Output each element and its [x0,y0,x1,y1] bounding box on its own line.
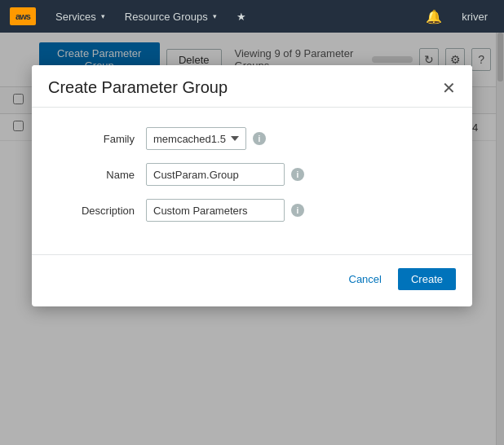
modal-header: Create Parameter Group ✕ [32,65,472,108]
nav-user[interactable]: kriver [455,7,494,26]
family-info-icon[interactable]: i [253,132,266,145]
nav-services[interactable]: Services ▾ [49,7,112,26]
nav-resource-groups[interactable]: Resource Groups ▾ [118,7,223,26]
nav-bookmark[interactable]: ★ [230,7,253,26]
services-chevron-icon: ▾ [101,12,105,20]
cancel-button[interactable]: Cancel [341,268,390,290]
create-parameter-group-modal: Create Parameter Group ✕ Family memcache… [32,65,472,306]
family-row: Family memcached1.5 memcached1.4 redis2.… [56,127,448,150]
name-label: Name [56,169,146,181]
modal-divider [32,254,472,255]
family-select[interactable]: memcached1.5 memcached1.4 redis2.6 redis… [146,127,246,150]
family-control: memcached1.5 memcached1.4 redis2.6 redis… [146,127,266,150]
modal-close-button[interactable]: ✕ [442,80,456,96]
name-control: i [146,163,304,186]
resource-groups-chevron-icon: ▾ [213,12,217,20]
nav-bell-icon[interactable]: 🔔 [419,6,449,28]
page-content: Create Parameter Group Delete Viewing 9 … [0,33,504,445]
content-area: Create Parameter Group Delete Viewing 9 … [0,33,504,445]
modal-footer: Cancel Create [32,268,472,306]
top-navigation: aws Services ▾ Resource Groups ▾ ★ 🔔 kri… [0,0,504,33]
description-input[interactable] [146,199,285,222]
family-label: Family [56,133,146,145]
create-button[interactable]: Create [398,268,456,290]
aws-logo[interactable]: aws [10,7,36,25]
name-input[interactable] [146,163,285,186]
modal-body: Family memcached1.5 memcached1.4 redis2.… [32,108,472,248]
modal-overlay: Create Parameter Group ✕ Family memcache… [0,33,504,445]
modal-title: Create Parameter Group [48,78,228,97]
description-row: Description i [56,199,448,222]
bookmark-icon: ★ [237,11,246,23]
aws-logo-text: aws [15,11,30,21]
description-info-icon[interactable]: i [291,204,304,217]
description-label: Description [56,205,146,217]
name-row: Name i [56,163,448,186]
name-info-icon[interactable]: i [291,168,304,181]
description-control: i [146,199,304,222]
